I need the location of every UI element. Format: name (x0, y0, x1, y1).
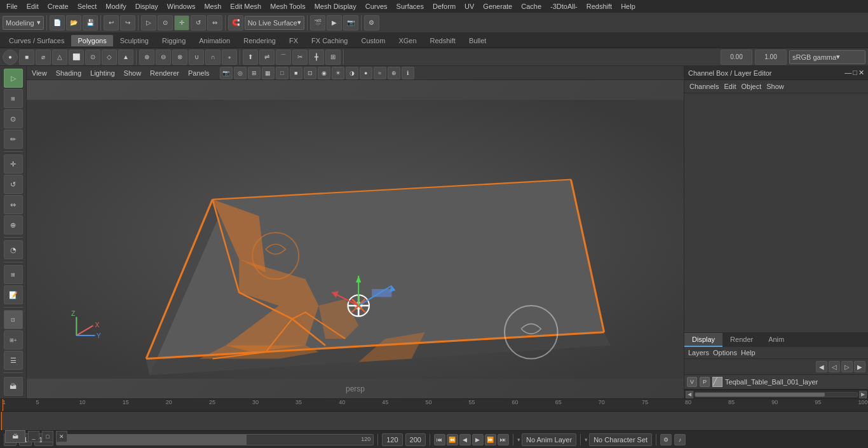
bool-int-button[interactable]: ∘ (222, 50, 237, 65)
menu-edit-mesh[interactable]: Edit Mesh (226, 1, 265, 11)
extract-button[interactable]: ⊗ (172, 50, 187, 65)
cube-button[interactable]: ■ (19, 50, 34, 65)
smooth-button[interactable]: ◉ (318, 67, 330, 79)
light-button[interactable]: ☀ (332, 67, 344, 79)
audio-button[interactable]: ♪ (674, 434, 686, 445)
timeline-ruler[interactable]: 1 5 10 15 20 25 30 35 40 45 50 55 60 65 … (0, 399, 868, 412)
render-seq-button[interactable]: ▶ (327, 15, 342, 31)
scale-tool-button[interactable]: ⇔ (207, 15, 222, 31)
bool-union-button[interactable]: ∪ (189, 50, 204, 65)
camera-settings-button[interactable]: 📷 (220, 67, 233, 79)
textured-button[interactable]: ⊡ (304, 67, 316, 79)
move-tool-button[interactable]: ✛ (174, 15, 189, 31)
prism-button[interactable]: ◇ (102, 50, 117, 65)
tab-xgen[interactable]: XGen (392, 35, 423, 46)
menu-surfaces[interactable]: Surfaces (393, 1, 428, 11)
maya-icon[interactable]: 🏔 (5, 430, 25, 443)
dof-button[interactable]: ⊕ (388, 67, 400, 79)
snapshot-button[interactable]: 📷 (343, 15, 358, 31)
attribute-editor-button[interactable]: ⊞+ (4, 330, 23, 350)
shaded-button[interactable]: ■ (290, 67, 302, 79)
select-tool-button[interactable]: ▷ (141, 15, 156, 31)
menu-windows[interactable]: Windows (163, 1, 200, 11)
step-back-button[interactable]: ⏪ (447, 434, 458, 445)
layer-arrow-left2-button[interactable]: ◁ (829, 361, 840, 372)
tab-fx[interactable]: FX (283, 35, 304, 46)
tab-display[interactable]: Display (684, 333, 722, 347)
lasso-select-button[interactable]: ⊙ (4, 109, 23, 128)
frame-range-bar[interactable]: 120 (56, 434, 374, 445)
settings-button[interactable]: ⚙ (660, 434, 672, 445)
live-surface-dropdown[interactable]: No Live Surface ▾ (245, 16, 304, 30)
pyramid-button[interactable]: ▲ (118, 50, 133, 65)
move-tool-lt[interactable]: ✛ (4, 154, 23, 173)
taskbar-restore[interactable]: □ (42, 431, 53, 442)
component-editor-button[interactable]: ⊡ (4, 310, 23, 329)
scroll-left-button[interactable]: ◀ (686, 391, 693, 398)
scale-tool-lt[interactable]: ⇔ (4, 195, 23, 214)
menu-mesh-display[interactable]: Mesh Display (311, 1, 360, 11)
options-menu[interactable]: Options (713, 349, 737, 356)
vp-menu-renderer[interactable]: Renderer (147, 68, 182, 78)
bevel-button[interactable]: ⌒ (276, 50, 291, 65)
menu-select[interactable]: Select (74, 1, 101, 11)
multi-component-button[interactable]: ⊞ (4, 89, 23, 108)
scroll-track[interactable] (695, 392, 858, 397)
layer-arrow-right2-button[interactable]: ▶ (854, 361, 865, 372)
vp-menu-view[interactable]: View (29, 68, 50, 78)
render-button[interactable]: 🎬 (310, 15, 325, 31)
grid-button[interactable]: ⊞ (4, 265, 23, 284)
ao-button[interactable]: ● (360, 67, 372, 79)
tab-anim[interactable]: Anim (761, 333, 792, 347)
menu-mesh-tools[interactable]: Mesh Tools (266, 1, 309, 11)
tab-custom[interactable]: Custom (355, 35, 392, 46)
menu-redshift[interactable]: Redshift (583, 1, 616, 11)
cb-menu-object[interactable]: Object (741, 83, 761, 90)
cylinder-button[interactable]: ⌀ (36, 50, 51, 65)
menu-3dtall[interactable]: -3DtoAll- (546, 1, 581, 11)
sphere-button[interactable]: ● (3, 50, 18, 65)
new-file-button[interactable]: 📄 (50, 15, 65, 31)
rotate-tool-button[interactable]: ↺ (191, 15, 206, 31)
anim-layer-dropdown[interactable]: No Anim Layer (522, 433, 576, 446)
render-field[interactable]: 1.00 (755, 50, 787, 65)
step-forward-button[interactable]: ⏩ (485, 434, 496, 445)
playback-end-field[interactable]: 120 (382, 433, 402, 446)
paint-select-button[interactable]: ✏ (4, 130, 23, 149)
menu-edit[interactable]: Edit (23, 1, 43, 11)
wireframe-button[interactable]: □ (276, 67, 288, 79)
go-to-end-button[interactable]: ⏭ (498, 434, 509, 445)
layer-playback-button[interactable]: P (700, 377, 710, 387)
menu-modify[interactable]: Modify (102, 1, 130, 11)
select-mode-button[interactable]: ▷ (4, 69, 23, 88)
isolate-button[interactable]: ◎ (234, 67, 247, 79)
cone-button[interactable]: △ (52, 50, 67, 65)
vp-menu-panels[interactable]: Panels (186, 68, 212, 78)
snap-button[interactable]: 🧲 (228, 15, 243, 31)
insert-edge-button[interactable]: ╋ (309, 50, 324, 65)
vp-menu-lighting[interactable]: Lighting (88, 68, 118, 78)
grid-view-button[interactable]: ▦ (262, 67, 275, 79)
help-menu[interactable]: Help (741, 349, 756, 356)
vp-menu-shading[interactable]: Shading (53, 68, 84, 78)
total-frames-field[interactable]: 200 (405, 433, 426, 446)
annotation-button[interactable]: 📝 (4, 285, 23, 304)
layers-menu[interactable]: Layers (688, 349, 709, 356)
tab-fx-caching[interactable]: FX Caching (305, 35, 354, 46)
outliner-button[interactable]: ☰ (4, 351, 23, 370)
go-to-start-button[interactable]: ⏮ (434, 434, 445, 445)
combine-button[interactable]: ⊕ (139, 50, 154, 65)
undo-button[interactable]: ↩ (104, 15, 119, 31)
scroll-right-button[interactable]: ▶ (859, 391, 867, 398)
cb-close-button[interactable]: ✕ (858, 69, 864, 77)
cb-menu-show[interactable]: Show (766, 83, 784, 90)
play-forward-button[interactable]: ▶ (472, 434, 484, 445)
hud-button[interactable]: ℹ (402, 67, 414, 79)
layer-arrow-left-button[interactable]: ◀ (816, 361, 827, 372)
menu-deform[interactable]: Deform (429, 1, 459, 11)
menu-curves[interactable]: Curves (362, 1, 391, 11)
plane-button[interactable]: ⬜ (69, 50, 84, 65)
motion-blur-button[interactable]: ≈ (374, 67, 386, 79)
cb-minimize-button[interactable]: — (844, 69, 851, 77)
char-set-dropdown[interactable]: No Character Set (589, 433, 652, 446)
